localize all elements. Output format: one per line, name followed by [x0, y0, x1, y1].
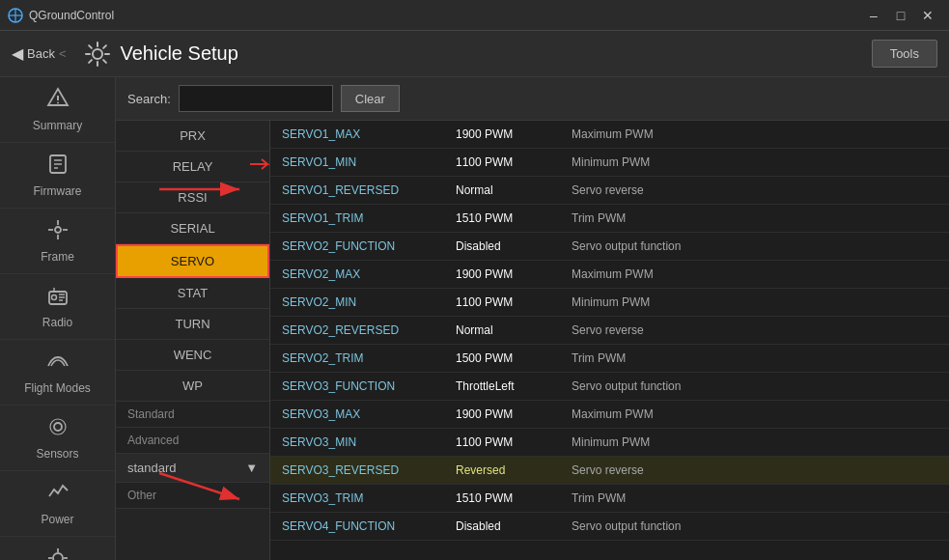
relay-arrow-annotation	[248, 155, 270, 173]
param-desc-cell: Trim PWM	[560, 205, 949, 233]
category-prx[interactable]: PRX	[116, 121, 269, 152]
param-value-cell[interactable]: 1900 PWM	[444, 121, 560, 149]
table-row[interactable]: SERVO1_REVERSED Normal Servo reverse	[270, 177, 949, 205]
table-row[interactable]: SERVO2_REVERSED Normal Servo reverse	[270, 317, 949, 345]
table-row[interactable]: SERVO4_FUNCTION Disabled Servo output fu…	[270, 513, 949, 541]
param-value-cell[interactable]: 1100 PWM	[444, 149, 560, 177]
param-value-cell[interactable]: 1900 PWM	[444, 261, 560, 289]
back-arrow-icon: ◀	[12, 44, 23, 63]
param-value-cell[interactable]: Disabled	[444, 513, 560, 541]
app-icon	[8, 8, 23, 23]
sidebar-label-frame: Frame	[41, 250, 74, 264]
param-value-cell[interactable]: Normal	[444, 317, 560, 345]
sidebar-item-motors[interactable]: Motors	[0, 537, 115, 560]
table-row[interactable]: SERVO1_TRIM 1510 PWM Trim PWM	[270, 205, 949, 233]
table-row[interactable]: SERVO2_MIN 1100 PWM Minimum PWM	[270, 289, 949, 317]
sidebar-item-frame[interactable]: Frame	[0, 209, 115, 274]
table-row[interactable]: SERVO2_FUNCTION Disabled Servo output fu…	[270, 233, 949, 261]
main-layout: Summary Firmware Frame Radio	[0, 77, 949, 560]
param-desc-cell: Servo reverse	[560, 317, 949, 345]
close-button[interactable]: ✕	[914, 6, 941, 25]
frame-icon	[46, 218, 70, 247]
table-row[interactable]: SERVO2_TRIM 1500 PWM Trim PWM	[270, 345, 949, 373]
sidebar-item-summary[interactable]: Summary	[0, 77, 115, 143]
param-name-cell: SERVO2_FUNCTION	[270, 233, 444, 261]
param-name-cell: SERVO1_MIN	[270, 149, 444, 177]
param-desc-cell: Minimum PWM	[560, 149, 949, 177]
param-desc-cell: Trim PWM	[560, 485, 949, 513]
param-value-cell[interactable]: 1100 PWM	[444, 289, 560, 317]
maximize-button[interactable]: □	[887, 6, 914, 25]
param-desc-cell: Maximum PWM	[560, 121, 949, 149]
sidebar-item-power[interactable]: Power	[0, 471, 115, 537]
table-row[interactable]: SERVO3_FUNCTION ThrottleLeft Servo outpu…	[270, 373, 949, 401]
advanced-section-label: Advanced	[116, 428, 269, 454]
svg-point-6	[57, 102, 59, 104]
titlebar: QGroundControl – □ ✕	[0, 0, 949, 31]
category-servo[interactable]: SERVO	[116, 244, 269, 278]
sidebar-item-sensors[interactable]: Sensors	[0, 406, 115, 471]
table-row[interactable]: SERVO3_MAX 1900 PWM Maximum PWM	[270, 401, 949, 429]
settings-gear-icon	[82, 39, 113, 70]
back-button[interactable]: ◀ Back <	[12, 44, 67, 63]
category-rssi[interactable]: RSSI	[116, 182, 269, 213]
category-standard-dropdown[interactable]: standard ▼	[116, 454, 269, 483]
table-row[interactable]: SERVO1_MAX 1900 PWM Maximum PWM	[270, 121, 949, 149]
minimize-button[interactable]: –	[860, 6, 887, 25]
content-area: Search: Clear PRX RELAY RSSI SERIAL SERV…	[116, 77, 949, 560]
power-icon	[46, 481, 70, 510]
param-value-cell[interactable]: 1510 PWM	[444, 205, 560, 233]
category-wenc[interactable]: WENC	[116, 340, 269, 371]
sidebar-item-flight-modes[interactable]: Flight Modes	[0, 340, 115, 406]
param-desc-cell: Minimum PWM	[560, 429, 949, 457]
tools-button[interactable]: Tools	[872, 40, 937, 68]
param-name-cell: SERVO1_TRIM	[270, 205, 444, 233]
param-name-cell: SERVO3_REVERSED	[270, 457, 444, 485]
sidebar-item-firmware[interactable]: Firmware	[0, 143, 115, 209]
param-value-cell[interactable]: ThrottleLeft	[444, 373, 560, 401]
table-row[interactable]: SERVO1_MIN 1100 PWM Minimum PWM	[270, 149, 949, 177]
clear-button[interactable]: Clear	[341, 85, 400, 112]
dropdown-arrow-icon: ▼	[245, 461, 258, 475]
param-name-cell: SERVO3_FUNCTION	[270, 373, 444, 401]
param-value-cell[interactable]: 1510 PWM	[444, 485, 560, 513]
table-row[interactable]: SERVO3_TRIM 1510 PWM Trim PWM	[270, 485, 949, 513]
sidebar-label-firmware: Firmware	[34, 184, 82, 198]
category-relay[interactable]: RELAY	[116, 152, 269, 182]
param-value-cell[interactable]: Normal	[444, 177, 560, 205]
category-wp[interactable]: WP	[116, 371, 269, 402]
svg-point-23	[50, 419, 66, 434]
table-row[interactable]: SERVO3_MIN 1100 PWM Minimum PWM	[270, 429, 949, 457]
sidebar-item-radio[interactable]: Radio	[0, 274, 115, 340]
param-name-cell: SERVO3_TRIM	[270, 485, 444, 513]
param-value-cell[interactable]: 1500 PWM	[444, 345, 560, 373]
category-stat[interactable]: STAT	[116, 278, 269, 309]
sensors-icon	[46, 415, 70, 444]
summary-icon	[46, 87, 70, 116]
sidebar-label-sensors: Sensors	[36, 447, 78, 461]
param-name-cell: SERVO3_MAX	[270, 401, 444, 429]
search-input[interactable]	[179, 85, 333, 112]
category-turn[interactable]: TURN	[116, 309, 269, 340]
header: ◀ Back < Vehicle Setup Tools	[0, 31, 949, 77]
category-serial[interactable]: SERIAL	[116, 213, 269, 244]
param-desc-cell: Trim PWM	[560, 345, 949, 373]
param-value-cell[interactable]: Disabled	[444, 233, 560, 261]
param-desc-cell: Servo output function	[560, 373, 949, 401]
param-name-cell: SERVO2_TRIM	[270, 345, 444, 373]
param-value-cell[interactable]: Reversed	[444, 457, 560, 485]
sidebar-label-power: Power	[41, 513, 73, 526]
table-row[interactable]: SERVO3_REVERSED Reversed Servo reverse	[270, 457, 949, 485]
param-value-cell[interactable]: 1100 PWM	[444, 429, 560, 457]
table-row[interactable]: SERVO2_MAX 1900 PWM Maximum PWM	[270, 261, 949, 289]
param-value-cell[interactable]: 1900 PWM	[444, 401, 560, 429]
sidebar-label-summary: Summary	[33, 119, 82, 132]
sidebar: Summary Firmware Frame Radio	[0, 77, 116, 560]
sidebar-label-flight-modes: Flight Modes	[24, 381, 91, 395]
param-desc-cell: Servo output function	[560, 233, 949, 261]
param-desc-cell: Minimum PWM	[560, 289, 949, 317]
params-panel: SERVO1_MAX 1900 PWM Maximum PWM SERVO1_M…	[270, 121, 949, 560]
radio-icon	[46, 284, 70, 313]
param-name-cell: SERVO1_MAX	[270, 121, 444, 149]
sidebar-label-radio: Radio	[42, 316, 72, 329]
